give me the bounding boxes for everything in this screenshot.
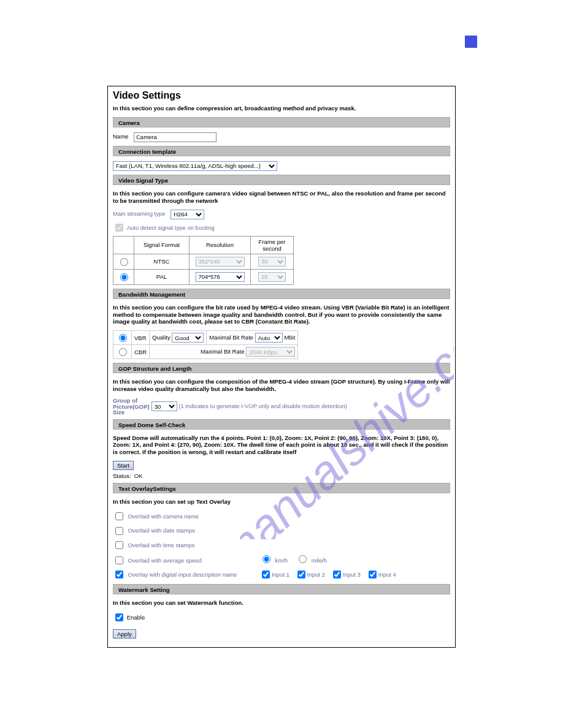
section-text-overlay: Text OverlaySettings bbox=[113, 483, 450, 493]
section-camera: Camera bbox=[113, 117, 450, 127]
dome-desc: Speed Dome will automatically run the 4 … bbox=[113, 434, 450, 457]
cbr-max-select: 2048 Kbps bbox=[246, 347, 295, 357]
ntsc-radio[interactable] bbox=[120, 258, 128, 266]
main-streaming-select[interactable]: H264 bbox=[170, 210, 204, 219]
input4-checkbox[interactable] bbox=[369, 571, 377, 578]
th-fps: Frame per second bbox=[251, 236, 294, 254]
section-gop: GOP Structure and Length bbox=[113, 363, 450, 373]
wm-desc: In this section you can set Watermark fu… bbox=[113, 599, 450, 607]
input4-label: Input 4 bbox=[378, 571, 396, 578]
vbr-radio[interactable] bbox=[119, 334, 127, 342]
pal-radio[interactable] bbox=[120, 273, 128, 281]
status-label: Status: bbox=[113, 472, 131, 479]
gop-label: Group of Picture(GOP) Size bbox=[113, 398, 150, 415]
gop-note: (1 indicates to generate I-VOP only and … bbox=[178, 403, 347, 409]
pal-res-select[interactable]: 704*576 bbox=[196, 272, 245, 282]
vbr-label: VBR bbox=[132, 331, 150, 345]
section-connection-template: Connection template bbox=[113, 146, 450, 156]
vbr-max-select[interactable]: Auto bbox=[255, 333, 283, 343]
th-format: Signal Format bbox=[134, 236, 190, 254]
gop-select[interactable]: 30 bbox=[151, 401, 177, 411]
video-settings-panel: Video Settings In this section you can d… bbox=[107, 86, 456, 648]
quality-select[interactable]: Good bbox=[172, 333, 204, 343]
overlay-camera-checkbox[interactable] bbox=[115, 512, 123, 520]
quality-label: Quality bbox=[152, 334, 170, 341]
overlay-camera-label: Overlaid with camera name bbox=[128, 513, 199, 520]
overlay-desc: In this section you can set up Text Over… bbox=[113, 498, 450, 506]
overlay-time-checkbox[interactable] bbox=[115, 541, 123, 549]
cbr-label: CBR bbox=[132, 345, 150, 359]
section-video-signal: Video Signal Type bbox=[113, 175, 450, 185]
camera-name-input[interactable] bbox=[134, 132, 216, 142]
pal-fps-select: 25 bbox=[258, 272, 286, 282]
bw-table: VBR Quality Good Maximal Bit Rate Auto M… bbox=[113, 330, 298, 359]
vbr-max-label: Maximal Bit Rate bbox=[209, 334, 253, 341]
input2-checkbox[interactable] bbox=[297, 571, 305, 578]
autodetect-label: Auto detect signal type on booting bbox=[127, 224, 215, 231]
watermark-enable-label: Enable bbox=[127, 614, 145, 621]
ntsc-fps-select: 30 bbox=[258, 257, 286, 267]
section-speed-dome: Speed Dome Self-Check bbox=[113, 419, 450, 430]
overlay-digital-checkbox[interactable] bbox=[115, 571, 123, 578]
speed-kmh-label: km/h bbox=[275, 557, 288, 564]
overlay-time-label: Overlaid with time stamps bbox=[128, 542, 194, 548]
connection-template-select[interactable]: Fast (LAN, T1, Wireless 802.11a/g, ADSL-… bbox=[113, 161, 277, 171]
input3-label: Input 3 bbox=[343, 571, 361, 578]
bw-desc: In this section you can configure the bi… bbox=[113, 304, 450, 326]
page-intro: In this section you can define compressi… bbox=[113, 105, 450, 112]
speed-mileh-label: mile/h bbox=[312, 557, 327, 564]
ntsc-label: NTSC bbox=[134, 254, 190, 269]
apply-button[interactable]: Apply bbox=[113, 629, 136, 639]
cbr-radio[interactable] bbox=[119, 348, 127, 356]
overlay-digital-label: Overlay with digital input description n… bbox=[128, 571, 256, 578]
overlay-speed-checkbox[interactable] bbox=[115, 556, 123, 564]
th-res: Resolution bbox=[190, 236, 251, 254]
signal-table: Signal Format Resolution Frame per secon… bbox=[113, 236, 294, 285]
cbr-max-label: Maximal Bit Rate bbox=[201, 348, 245, 355]
overlay-date-label: Overlaid with date stamps bbox=[128, 528, 194, 534]
vbr-max-unit: Mbit bbox=[284, 334, 295, 341]
start-button[interactable]: Start bbox=[113, 461, 134, 470]
signal-desc: In this section you can configure camera… bbox=[113, 190, 450, 205]
input1-label: Input 1 bbox=[272, 571, 289, 578]
section-watermark: Watermark Setting bbox=[113, 584, 450, 594]
input2-label: Input 2 bbox=[307, 571, 325, 578]
status-value: OK bbox=[134, 472, 143, 479]
speed-mileh-radio[interactable] bbox=[299, 555, 307, 563]
overlay-date-checkbox[interactable] bbox=[115, 527, 123, 535]
pal-label: PAL bbox=[134, 269, 190, 284]
input1-checkbox[interactable] bbox=[262, 571, 270, 578]
section-bandwidth: Bandwidth Management bbox=[113, 289, 450, 299]
watermark-enable-checkbox[interactable] bbox=[115, 613, 123, 621]
page-title: Video Settings bbox=[113, 90, 450, 101]
page-marker bbox=[465, 36, 477, 48]
camera-name-label: Name bbox=[113, 133, 128, 140]
speed-kmh-radio[interactable] bbox=[262, 555, 270, 563]
main-streaming-label: Main streaming type bbox=[113, 210, 166, 217]
overlay-speed-label: Overlaid with average speed bbox=[128, 557, 256, 564]
autodetect-checkbox[interactable] bbox=[115, 224, 123, 232]
gop-desc: In this section you can configure the co… bbox=[113, 378, 450, 393]
input3-checkbox[interactable] bbox=[333, 571, 341, 578]
ntsc-res-select: 352*240 bbox=[196, 257, 245, 267]
